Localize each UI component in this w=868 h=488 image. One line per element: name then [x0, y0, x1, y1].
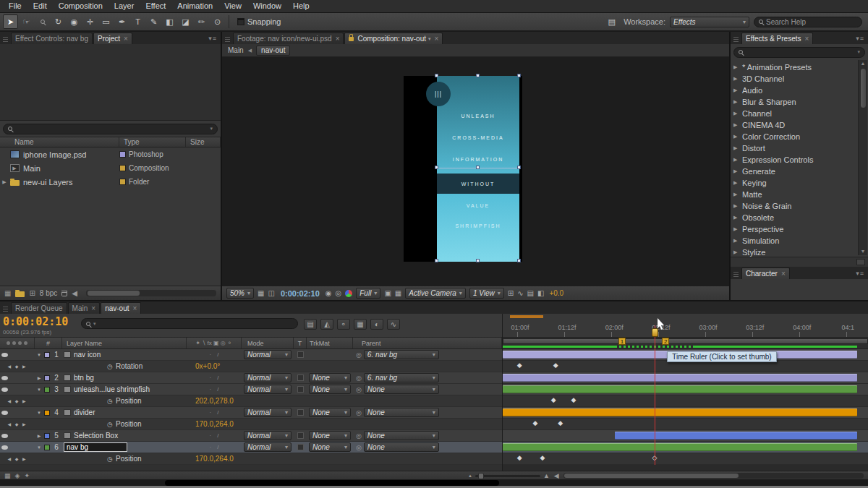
pixel-aspect-icon[interactable]: ⊞	[508, 289, 514, 297]
breadcrumb-current[interactable]: nav-out	[256, 46, 290, 56]
work-area-bar[interactable]	[503, 338, 868, 344]
tab-main[interactable]: Main×	[68, 302, 101, 314]
exposure-value[interactable]: +0.0	[549, 289, 563, 297]
panel-grip[interactable]	[733, 35, 739, 42]
layer-switches[interactable]: ·/	[187, 409, 242, 416]
keyframe-navigator[interactable]: ◀ ◆ ▶	[0, 361, 35, 372]
layer-switches[interactable]: ·/	[187, 432, 242, 439]
comp-flow-icon[interactable]: ◧	[537, 289, 544, 297]
label-chip[interactable]	[44, 375, 50, 381]
eraser-tool[interactable]: ◪	[178, 14, 193, 29]
effects-category[interactable]: ▶Expression Controls	[733, 154, 858, 166]
eye-icon[interactable]	[1, 434, 8, 438]
resolution-dropdown[interactable]: Full▾	[356, 288, 380, 299]
composition-viewer[interactable]: UNLEASHCROSS-MEDIAINFORMATION WITHOUT VA…	[222, 57, 729, 286]
scroll-left-icon[interactable]: ◀	[72, 289, 77, 297]
twirl-icon[interactable]: ▶	[733, 168, 739, 174]
tab-effect-controls-nav-bg[interactable]: Effect Controls: nav bg	[11, 33, 93, 44]
eye-icon[interactable]	[1, 353, 8, 357]
effects-category[interactable]: ▶* Animation Presets	[733, 61, 858, 73]
panel-grip[interactable]	[3, 35, 8, 42]
mode-dropdown[interactable]: Normal▾	[244, 408, 292, 417]
fast-previews-icon[interactable]: ∿	[517, 289, 523, 297]
stopwatch-icon[interactable]: ◷	[104, 363, 116, 370]
mask-visibility-icon[interactable]: ◫	[268, 289, 274, 297]
layer-duration-bar[interactable]	[503, 374, 857, 382]
close-icon[interactable]: ×	[133, 304, 137, 312]
menu-file[interactable]: File	[3, 0, 27, 12]
pickwhip-icon[interactable]: ◎	[356, 386, 362, 393]
selection-handle[interactable]	[435, 166, 438, 169]
twirl-icon[interactable]: ▶	[733, 226, 739, 232]
preserve-transparency-toggle[interactable]	[297, 432, 304, 439]
graph-editor-icon[interactable]: ∿	[387, 319, 400, 330]
twirl-icon[interactable]: ▶	[733, 180, 739, 186]
keyframe-icon[interactable]: ◆	[517, 361, 522, 369]
property-value[interactable]: 0x+0.0°	[195, 362, 220, 370]
parent-dropdown[interactable]: None▾	[364, 431, 439, 440]
effects-category[interactable]: ▶Blur & Sharpen	[733, 96, 858, 108]
selection-handle[interactable]	[517, 259, 521, 262]
layer-duration-bar[interactable]	[503, 443, 857, 451]
selection-handle[interactable]	[435, 74, 438, 77]
keyframe-icon[interactable]: ◆	[540, 454, 545, 461]
scroll-down-icon[interactable]: ▼	[861, 248, 866, 255]
track-property-row[interactable]: ◆◆	[503, 361, 868, 372]
keyframe-icon[interactable]: ◆	[532, 419, 537, 427]
layer-duration-bar[interactable]	[503, 408, 857, 416]
twirl-icon[interactable]: ▼	[35, 388, 43, 392]
twirl-icon[interactable]: ▶	[733, 203, 739, 209]
trash-icon[interactable]	[61, 291, 67, 296]
trkmat-dropdown[interactable]: None▾	[309, 385, 351, 394]
twirl-icon[interactable]: ▶	[733, 238, 739, 244]
twirl-icon[interactable]: ▶	[733, 134, 739, 140]
chevron-down-icon[interactable]: ▾	[210, 126, 213, 132]
parent-dropdown[interactable]: 6. nav bg▾	[364, 373, 439, 382]
camera-tool[interactable]: ◉	[67, 14, 82, 29]
property-name[interactable]: Position	[116, 397, 195, 405]
comp-mini-flowchart-icon[interactable]: ▤	[304, 319, 317, 330]
scroll-up-icon[interactable]: ▲	[861, 60, 866, 67]
menu-effect[interactable]: Effect	[140, 0, 171, 12]
keyframe-navigator[interactable]: ◀ ◆ ▶	[0, 453, 35, 464]
layer-switches[interactable]: ·/	[187, 351, 242, 358]
effects-category[interactable]: ▶Matte	[733, 189, 858, 200]
layer-switches[interactable]: ·/	[187, 444, 242, 450]
preserve-transparency-toggle[interactable]	[297, 409, 304, 416]
project-column-headers[interactable]: Name Type Size	[0, 137, 221, 147]
trkmat-dropdown[interactable]: None▾	[309, 373, 351, 382]
selection-handle[interactable]	[476, 166, 480, 169]
grid-guides-icon[interactable]: ▦	[258, 289, 264, 297]
pickwhip-icon[interactable]: ◎	[356, 351, 362, 359]
chevron-down-icon[interactable]: ▾	[93, 321, 96, 327]
tab-effects-presets[interactable]: Effects & Presets×	[741, 33, 813, 44]
twirl-icon[interactable]: ▶	[733, 145, 739, 151]
track-property-row[interactable]: ◆◆	[503, 395, 868, 407]
tab-footage-nav-icon-new-ui-psd[interactable]: Footage: nav icon/new-ui.psd×	[233, 33, 344, 44]
close-icon[interactable]: ×	[435, 35, 439, 43]
selection-handle[interactable]	[517, 74, 521, 77]
menu-window[interactable]: Window	[247, 0, 287, 12]
close-icon[interactable]: ×	[91, 304, 95, 312]
layer-name[interactable]: btn bg	[62, 374, 187, 382]
project-item[interactable]: iphone Image.psd Photoshop	[0, 147, 221, 161]
shape-tool[interactable]: ▭	[98, 14, 114, 29]
eye-icon[interactable]	[1, 445, 8, 450]
workspace-dropdown[interactable]: Effects▾	[670, 17, 749, 27]
keyframe-icon[interactable]: ◆	[517, 454, 522, 461]
twirl-icon[interactable]: ▼	[35, 411, 43, 415]
search-help-box[interactable]: Search Help	[754, 17, 862, 27]
property-value[interactable]: 170.0,264.0	[195, 420, 234, 428]
snapping-checkbox[interactable]	[237, 18, 244, 25]
timeline-track-area[interactable]: 01:00f01:12f02:00f02:12f03:00f03:12f04:0…	[503, 314, 868, 471]
property-row[interactable]: ◀ ◆ ▶ ◷ Rotation 0x+0.0°	[0, 361, 502, 372]
property-name[interactable]: Position	[116, 420, 195, 428]
menu-layer[interactable]: Layer	[109, 0, 140, 12]
effects-category[interactable]: ▶Color Correction	[733, 131, 858, 142]
pickwhip-icon[interactable]: ◎	[356, 374, 362, 382]
show-snapshot-icon[interactable]: ◎	[336, 289, 342, 297]
cti-handle[interactable]	[652, 328, 658, 337]
project-item[interactable]: ▶ new-ui Layers Folder	[0, 175, 221, 189]
camera-dropdown[interactable]: Active Camera▾	[405, 288, 466, 299]
label-chip[interactable]	[44, 410, 50, 416]
